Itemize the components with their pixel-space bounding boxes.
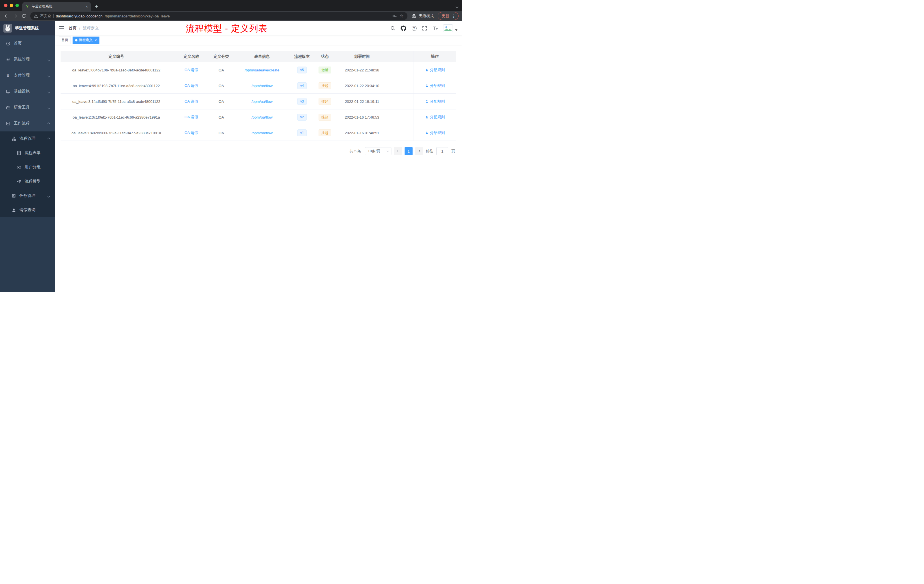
back-button[interactable]	[3, 12, 10, 20]
forward-button[interactable]	[12, 12, 19, 20]
sidebar-item-label: 流程表单	[25, 150, 41, 155]
sidebar-item-infrastructure[interactable]: 基础设施	[0, 83, 55, 99]
sidebar-item-label: 流程模型	[25, 179, 41, 184]
caret-down-icon[interactable]	[455, 30, 457, 31]
sidebar-item-home[interactable]: 首页	[0, 35, 55, 51]
update-label: 更新	[442, 13, 449, 18]
sidebar-item-process-mgmt[interactable]: 流程管理	[0, 132, 55, 146]
not-secure-icon	[34, 14, 38, 18]
sidebar-item-process-form[interactable]: 流程表单	[0, 146, 55, 160]
assign-rule-link[interactable]: 分配规则	[425, 130, 445, 135]
hamburger-icon[interactable]	[55, 26, 69, 30]
search-icon[interactable]	[390, 25, 396, 31]
browser-tab[interactable]: 芋道管理系统 ×	[22, 2, 91, 11]
sidebar-item-workflow[interactable]: 工作流程	[0, 115, 55, 132]
tag-close-icon[interactable]: ×	[94, 38, 97, 42]
navbar-actions: ?	[390, 24, 462, 32]
sidebar-item-task-mgmt[interactable]: 任务管理	[0, 188, 55, 203]
page-size-select[interactable]: 10条/页	[365, 147, 391, 155]
page-size-value: 10条/页	[368, 148, 380, 154]
monitor-icon	[6, 89, 10, 94]
sidebar-item-label: 流程管理	[20, 136, 35, 141]
goto-label: 前往	[426, 148, 433, 154]
new-tab-button[interactable]: +	[95, 4, 98, 10]
table-row: oa_leave:5:004b710b-7b8a-11ec-8ef0-acde4…	[61, 62, 456, 78]
sidebar-item-dev-tools[interactable]: 研发工具	[0, 99, 55, 115]
sidebar-logo[interactable]: 芋道管理系统	[0, 21, 55, 35]
url-domain: dashboard.yudao.iocoder.cn	[56, 14, 102, 18]
fullscreen-icon[interactable]	[422, 25, 427, 31]
assign-rule-link[interactable]: 分配规则	[425, 115, 445, 120]
definition-name-link[interactable]: OA 请假	[185, 99, 198, 104]
menu-kebab-icon[interactable]: ⋮	[452, 14, 456, 18]
sidebar-item-process-model[interactable]: 流程模型	[0, 174, 55, 188]
sidebar-item-user-group[interactable]: 用户分组	[0, 160, 55, 174]
window-close-button[interactable]	[4, 4, 7, 7]
column-spacer	[386, 51, 413, 62]
definition-name-link[interactable]: OA 请假	[185, 83, 198, 88]
definition-name-link[interactable]: OA 请假	[185, 115, 198, 120]
browser-update-button[interactable]: 更新 ⋮	[438, 12, 459, 20]
assign-rule-link[interactable]: 分配规则	[425, 83, 445, 88]
cell-actions: 分配规则	[413, 125, 456, 140]
reload-button[interactable]	[20, 12, 27, 20]
sidebar-item-payment-mgmt[interactable]: ¥支付管理	[0, 68, 55, 83]
page-number-button[interactable]: 1	[404, 147, 412, 155]
password-key-icon[interactable]	[392, 14, 397, 18]
tag-label: 流程定义	[79, 38, 92, 43]
user-avatar[interactable]	[443, 24, 453, 32]
column-header-status: 状态	[312, 54, 338, 59]
incognito-label: 无痕模式	[419, 13, 434, 18]
cell-form-info: /bpm/oa/flow	[232, 131, 292, 135]
view-tag[interactable]: 流程定义×	[73, 36, 99, 44]
sidebar-item-system-mgmt[interactable]: 系统管理	[0, 51, 55, 68]
cell-version: v1	[292, 129, 312, 136]
form-link[interactable]: /bpm/oa/flow	[251, 115, 272, 119]
tags-view-bar: 首页流程定义×	[55, 35, 462, 45]
view-tag[interactable]: 首页	[59, 36, 71, 44]
cell-definition-name: OA 请假	[172, 115, 211, 120]
next-page-button[interactable]	[415, 147, 423, 155]
form-link[interactable]: /bpm/oa/flow	[251, 99, 272, 104]
address-bar[interactable]: 不安全 dashboard.yudao.iocoder.cn/bpm/manag…	[30, 12, 408, 20]
tab-search-chevron-icon[interactable]	[456, 4, 458, 9]
help-icon[interactable]: ?	[411, 25, 417, 31]
sidebar-item-label: 研发工具	[14, 105, 30, 110]
form-link[interactable]: /bpm/oa/flow	[251, 131, 272, 135]
window-minimize-button[interactable]	[10, 4, 13, 7]
github-icon[interactable]	[401, 25, 406, 31]
version-tag: v5	[297, 66, 307, 73]
definition-name-link[interactable]: OA 请假	[185, 130, 198, 135]
sidebar-item-label: 基础设施	[14, 89, 30, 94]
cell-actions: 分配规则	[413, 109, 456, 125]
font-size-icon[interactable]	[432, 25, 438, 31]
breadcrumb-home[interactable]: 首页	[69, 26, 77, 31]
tab-close-icon[interactable]: ×	[86, 4, 88, 8]
sidebar-item-leave-query[interactable]: 请假查询	[0, 203, 55, 217]
column-header-time: 部署时间	[338, 54, 386, 59]
column-header-name: 定义名称	[172, 54, 211, 59]
active-tag-dot	[75, 39, 78, 41]
url-path: /bpm/manager/definition?key=oa_leave	[105, 14, 170, 18]
window-zoom-button[interactable]	[15, 4, 19, 7]
definition-name-link[interactable]: OA 请假	[185, 68, 198, 73]
sidebar-item-label: 支付管理	[14, 73, 30, 78]
pagination: 共 5 条 10条/页 1 前往 页	[61, 147, 456, 155]
bookmark-star-icon[interactable]: ☆	[399, 14, 404, 18]
form-link[interactable]: /bpm/oa/flow	[251, 84, 272, 88]
cell-category: OA	[211, 99, 232, 104]
cell-definition-name: OA 请假	[172, 130, 211, 135]
table-row: oa_leave:1:482ec033-762a-11ec-8477-a2380…	[61, 125, 456, 141]
app-title: 芋道管理系统	[15, 26, 39, 31]
cell-status: 挂起	[312, 129, 338, 136]
form-link[interactable]: /bpm/oa/leave/create	[244, 68, 279, 72]
user-icon	[425, 115, 429, 119]
goto-page-input[interactable]	[436, 147, 448, 155]
incognito-icon	[411, 13, 417, 19]
assign-rule-link[interactable]: 分配规则	[425, 99, 445, 104]
cell-category: OA	[211, 68, 232, 72]
table-body: oa_leave:5:004b710b-7b8a-11ec-8ef0-acde4…	[61, 62, 456, 141]
chevron-down-icon	[48, 73, 50, 78]
assign-rule-link[interactable]: 分配规则	[425, 68, 445, 73]
prev-page-button[interactable]	[394, 147, 402, 155]
